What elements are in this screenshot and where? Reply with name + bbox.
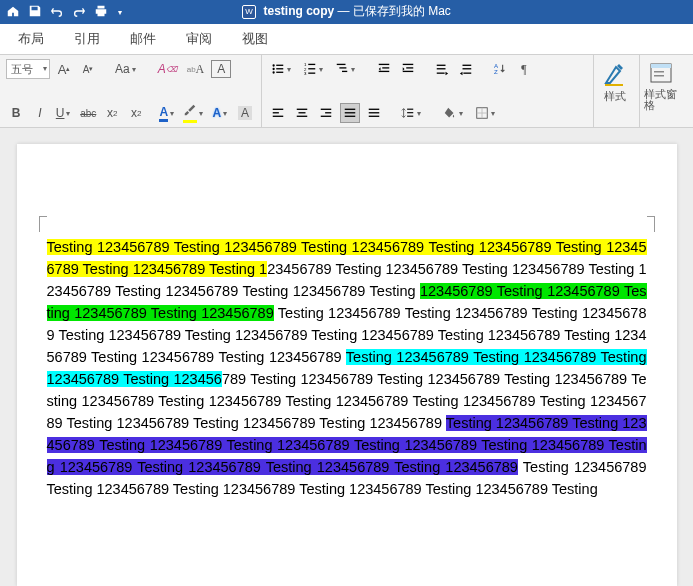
svg-rect-22 bbox=[437, 68, 446, 69]
svg-rect-25 bbox=[463, 68, 472, 69]
quick-access-toolbar: ▾ bbox=[0, 4, 124, 21]
rtl-button[interactable] bbox=[456, 59, 476, 79]
numbering-button[interactable]: 123▾ bbox=[300, 59, 328, 79]
superscript-button[interactable]: x2 bbox=[126, 103, 146, 123]
svg-rect-14 bbox=[342, 71, 347, 72]
svg-point-0 bbox=[272, 64, 274, 66]
tab-references[interactable]: 引用 bbox=[60, 24, 114, 54]
styles-button[interactable]: 样式 bbox=[596, 57, 634, 108]
svg-rect-18 bbox=[403, 64, 414, 65]
clear-formatting-button[interactable]: A⌫ bbox=[155, 59, 180, 79]
char-border-button[interactable]: A bbox=[211, 60, 231, 78]
home-icon[interactable] bbox=[6, 4, 20, 21]
title-bar: ▾ W testing copy — 已保存到我的 Mac bbox=[0, 0, 693, 24]
align-justify-button[interactable] bbox=[340, 103, 360, 123]
svg-rect-24 bbox=[463, 65, 472, 66]
svg-rect-35 bbox=[321, 109, 332, 110]
styles-pane-button[interactable]: 样式窗格 bbox=[642, 57, 680, 115]
svg-rect-32 bbox=[297, 109, 308, 110]
bullets-button[interactable]: ▾ bbox=[268, 59, 296, 79]
shrink-font-button[interactable]: A▾ bbox=[78, 59, 98, 79]
text-effects-button[interactable]: A▾ bbox=[211, 103, 231, 123]
svg-rect-36 bbox=[325, 112, 331, 113]
svg-rect-3 bbox=[276, 68, 283, 69]
redo-icon[interactable] bbox=[72, 4, 86, 21]
font-color-button[interactable]: A▾ bbox=[158, 103, 178, 123]
svg-rect-7 bbox=[308, 64, 315, 65]
page: Testing 123456789 Testing 123456789 Test… bbox=[17, 144, 677, 586]
doc-name: testing copy bbox=[263, 4, 334, 18]
svg-rect-52 bbox=[651, 64, 671, 68]
styles-pane-group: 样式窗格 bbox=[640, 55, 686, 127]
distributed-button[interactable] bbox=[364, 103, 384, 123]
ribbon-tabs: 布局 引用 邮件 审阅 视图 bbox=[0, 24, 693, 54]
italic-button[interactable]: I bbox=[30, 103, 50, 123]
svg-rect-53 bbox=[654, 71, 664, 73]
svg-rect-41 bbox=[369, 109, 380, 110]
qat-dropdown-icon[interactable]: ▾ bbox=[116, 8, 124, 17]
margin-marker-left bbox=[39, 216, 47, 232]
paragraph-group: ▾ 123▾ ▾ AZ ¶ ▾ ▾ ▾ bbox=[262, 55, 594, 127]
align-center-button[interactable] bbox=[292, 103, 312, 123]
styles-group: 样式 bbox=[594, 55, 640, 127]
subscript-button[interactable]: x2 bbox=[102, 103, 122, 123]
show-marks-button[interactable]: ¶ bbox=[514, 59, 534, 79]
svg-text:3: 3 bbox=[304, 71, 307, 76]
svg-rect-21 bbox=[437, 65, 446, 66]
styles-pane-label: 样式窗格 bbox=[644, 89, 678, 111]
svg-rect-1 bbox=[276, 65, 283, 66]
svg-rect-23 bbox=[437, 73, 445, 74]
svg-rect-29 bbox=[273, 109, 284, 110]
multilevel-list-button[interactable]: ▾ bbox=[332, 59, 360, 79]
shading-button[interactable]: ▾ bbox=[440, 103, 468, 123]
undo-icon[interactable] bbox=[50, 4, 64, 21]
doc-status: — 已保存到我的 Mac bbox=[334, 5, 451, 19]
styles-label: 样式 bbox=[604, 89, 626, 104]
increase-indent-button[interactable] bbox=[398, 59, 418, 79]
svg-rect-13 bbox=[339, 67, 346, 68]
svg-rect-38 bbox=[345, 109, 356, 110]
bold-button[interactable]: B bbox=[6, 103, 26, 123]
font-size-value: 五号 bbox=[11, 60, 33, 78]
highlight-button[interactable]: ▾ bbox=[182, 103, 207, 123]
print-icon[interactable] bbox=[94, 4, 108, 21]
svg-rect-33 bbox=[299, 112, 306, 113]
word-doc-icon: W bbox=[242, 5, 256, 19]
svg-rect-46 bbox=[407, 116, 413, 117]
svg-rect-54 bbox=[654, 75, 664, 77]
tab-view[interactable]: 视图 bbox=[228, 24, 282, 54]
font-group: 五号 ▾ A▴ A▾ Aa▾ A⌫ abA A B I U▾ abc x2 x2… bbox=[0, 55, 262, 127]
svg-rect-31 bbox=[273, 116, 284, 117]
svg-rect-34 bbox=[297, 116, 308, 117]
svg-rect-50 bbox=[605, 84, 623, 86]
decrease-indent-button[interactable] bbox=[374, 59, 394, 79]
align-right-button[interactable] bbox=[316, 103, 336, 123]
ltr-button[interactable] bbox=[432, 59, 452, 79]
underline-button[interactable]: U▾ bbox=[54, 103, 74, 123]
svg-rect-12 bbox=[337, 64, 346, 65]
tab-layout[interactable]: 布局 bbox=[4, 24, 58, 54]
save-icon[interactable] bbox=[28, 4, 42, 21]
svg-rect-45 bbox=[407, 112, 413, 113]
document-body[interactable]: Testing 123456789 Testing 123456789 Test… bbox=[47, 236, 647, 500]
svg-rect-16 bbox=[382, 67, 389, 68]
line-spacing-button[interactable]: ▾ bbox=[398, 103, 426, 123]
borders-button[interactable]: ▾ bbox=[472, 103, 500, 123]
svg-rect-40 bbox=[345, 116, 356, 117]
sort-button[interactable]: AZ bbox=[490, 59, 510, 79]
svg-rect-17 bbox=[379, 71, 390, 72]
chevron-down-icon: ▾ bbox=[41, 60, 49, 78]
svg-rect-15 bbox=[379, 64, 390, 65]
svg-rect-9 bbox=[308, 68, 315, 69]
change-case-button[interactable]: Aa▾ bbox=[112, 59, 141, 79]
align-left-button[interactable] bbox=[268, 103, 288, 123]
tab-review[interactable]: 审阅 bbox=[172, 24, 226, 54]
char-shading-button[interactable]: A bbox=[235, 103, 255, 123]
svg-rect-19 bbox=[406, 67, 413, 68]
grow-font-button[interactable]: A▴ bbox=[54, 59, 74, 79]
phonetic-guide-button[interactable]: abA bbox=[184, 59, 208, 79]
svg-rect-39 bbox=[345, 112, 356, 113]
tab-mailings[interactable]: 邮件 bbox=[116, 24, 170, 54]
strikethrough-button[interactable]: abc bbox=[78, 103, 98, 123]
font-size-select[interactable]: 五号 ▾ bbox=[6, 59, 50, 79]
